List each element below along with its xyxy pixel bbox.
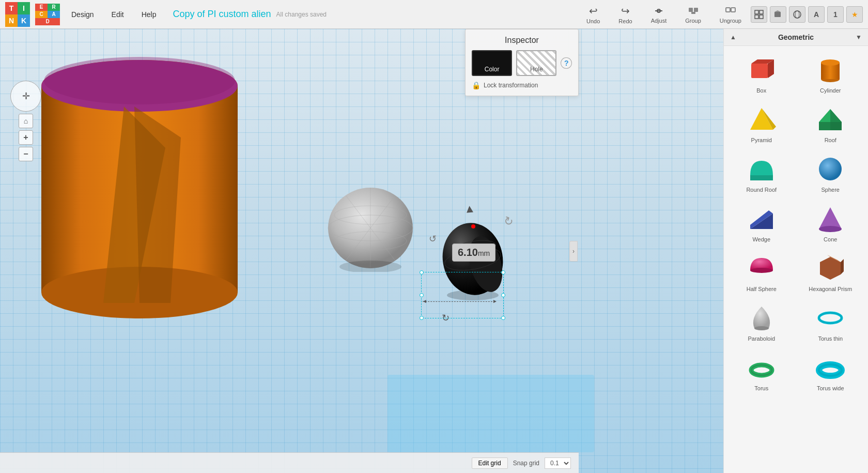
- edit-grid-button[interactable]: Edit grid: [472, 457, 508, 469]
- dimension-line: [423, 301, 495, 302]
- rotation-arrow-bottom-left: ↺: [429, 233, 437, 245]
- dimension-label: 6.10mm: [452, 243, 495, 262]
- shape-icon-pyramid: [746, 104, 777, 135]
- right-sidebar: ▲ Geometric ▼ Box: [723, 29, 868, 473]
- shape-item-cylinder[interactable]: Cylinder: [797, 50, 864, 98]
- shape-icon-cone: [815, 203, 846, 234]
- shape-label-pyramid: Pyramid: [751, 137, 772, 143]
- grid-view-button[interactable]: [751, 6, 767, 23]
- undo-icon: ↩: [589, 5, 598, 17]
- svg-point-51: [819, 226, 842, 232]
- shape-label-torus-thin: Torus thin: [818, 335, 843, 342]
- svg-point-58: [819, 313, 842, 323]
- shape-item-torus-wide[interactable]: Torus wide: [797, 348, 864, 395]
- logo[interactable]: T I N K: [5, 2, 30, 27]
- shape-item-torus[interactable]: Torus: [728, 348, 795, 395]
- snap-grid-select[interactable]: 0.1 0.5 1.0: [545, 457, 571, 469]
- star-view-button[interactable]: ★: [846, 6, 863, 23]
- shape-item-sphere[interactable]: Sphere: [797, 149, 864, 197]
- shape-item-torus-thin[interactable]: Torus thin: [797, 298, 864, 346]
- group-button[interactable]: Group: [681, 3, 705, 26]
- undo-label: Undo: [586, 18, 600, 24]
- lock-label: Lock transformation: [484, 82, 538, 89]
- svg-rect-6: [731, 8, 735, 12]
- dimension-arrow-left: ◄: [422, 298, 427, 304]
- shape-item-half-sphere[interactable]: Half Sphere: [728, 249, 795, 296]
- color-label: Color: [485, 66, 500, 73]
- text-view-button[interactable]: A: [808, 6, 825, 23]
- svg-point-47: [819, 158, 842, 180]
- logo-c: C: [35, 11, 48, 18]
- logo-a: A: [48, 11, 60, 18]
- shape-label-torus: Torus: [754, 385, 768, 391]
- ungroup-label: Ungroup: [720, 18, 741, 24]
- collapse-sidebar-button[interactable]: ›: [569, 241, 578, 262]
- inspector-help-button[interactable]: ?: [561, 57, 572, 69]
- svg-rect-9: [755, 15, 758, 19]
- box-view-button[interactable]: [770, 6, 786, 23]
- svg-rect-11: [774, 12, 781, 17]
- logo-k: K: [18, 14, 30, 27]
- sidebar-header: ▲ Geometric ▼: [724, 29, 868, 46]
- adjust-button[interactable]: Adjust: [647, 3, 671, 26]
- nav-pan[interactable]: ✛: [10, 81, 41, 112]
- redo-button[interactable]: ↪ Redo: [614, 3, 636, 26]
- ungroup-button[interactable]: Ungroup: [716, 3, 746, 26]
- shape-item-roof[interactable]: Roof: [797, 100, 864, 147]
- black-halfsphere-svg: [439, 220, 506, 303]
- sidebar-scroll-down[interactable]: ▼: [856, 34, 862, 41]
- shape-item-wedge[interactable]: Wedge: [728, 199, 795, 247]
- svg-marker-12: [774, 10, 781, 12]
- view-controls: A 1 ★: [751, 6, 863, 23]
- shape-item-paraboloid[interactable]: Paraboloid: [728, 298, 795, 346]
- svg-rect-46: [750, 175, 773, 180]
- black-halfsphere[interactable]: [439, 220, 506, 305]
- svg-rect-4: [691, 12, 695, 14]
- svg-rect-35: [751, 64, 768, 78]
- title-area: Copy of PI custom alien All changes save…: [173, 9, 578, 20]
- number-view-button[interactable]: 1: [827, 6, 844, 23]
- shape-label-cone: Cone: [824, 236, 837, 242]
- logo-d: D: [35, 18, 60, 25]
- svg-marker-50: [819, 207, 842, 229]
- inspector-title: Inspector: [472, 36, 572, 45]
- hole-button[interactable]: Hole: [516, 50, 556, 76]
- sidebar-scroll-up[interactable]: ▲: [730, 34, 736, 41]
- nav-home[interactable]: ⌂: [19, 114, 33, 128]
- shape-icon-torus: [746, 352, 777, 383]
- zoom-in-button[interactable]: +: [19, 130, 33, 145]
- project-title[interactable]: Copy of PI custom alien: [173, 9, 271, 20]
- zoom-out-button[interactable]: −: [19, 147, 33, 161]
- design-menu[interactable]: Design: [65, 7, 100, 22]
- red-dot: [471, 224, 475, 228]
- shape-icon-torus-wide: [815, 352, 846, 383]
- shape-item-round-roof[interactable]: Round Roof: [728, 149, 795, 197]
- nav-controls: ✛ ⌂ + −: [10, 81, 41, 161]
- dimension-unit: mm: [478, 249, 490, 257]
- toolbar-center: ↩ Undo ↪ Redo Adjust Group: [582, 3, 746, 26]
- gray-sphere: [326, 181, 416, 274]
- viewport[interactable]: 6.10mm ▲ ↻ ↺ ↻ ◄ ► ✛ ⌂ + −: [0, 29, 723, 473]
- undo-button[interactable]: ↩ Undo: [582, 3, 604, 26]
- shape-item-cone[interactable]: Cone: [797, 199, 864, 247]
- help-menu[interactable]: Help: [135, 7, 163, 22]
- rotation-arrow-top: ▲: [463, 202, 476, 216]
- shape-label-roof: Roof: [825, 137, 836, 143]
- logo-e: E: [35, 4, 48, 11]
- shape-label-half-sphere: Half Sphere: [747, 286, 777, 292]
- shape-item-pyramid[interactable]: Pyramid: [728, 100, 795, 147]
- adjust-icon: [653, 5, 664, 17]
- shape-item-box[interactable]: Box: [728, 50, 795, 98]
- edit-menu[interactable]: Edit: [105, 7, 130, 22]
- color-button[interactable]: Color: [472, 50, 512, 76]
- svg-rect-2: [689, 8, 693, 12]
- shape-label-sphere: Sphere: [822, 187, 840, 193]
- sidebar-title: Geometric: [778, 33, 814, 41]
- sphere-view-button[interactable]: [789, 6, 805, 23]
- shape-item-hexagonal-prism[interactable]: Hexagonal Prism: [797, 249, 864, 296]
- shape-icon-box: [746, 54, 777, 85]
- grid-icon: [754, 10, 764, 19]
- shape-icon-hexagonal-prism: [815, 253, 846, 284]
- lock-icon: 🔒: [472, 81, 481, 89]
- orange-cylinder-svg: [31, 44, 248, 329]
